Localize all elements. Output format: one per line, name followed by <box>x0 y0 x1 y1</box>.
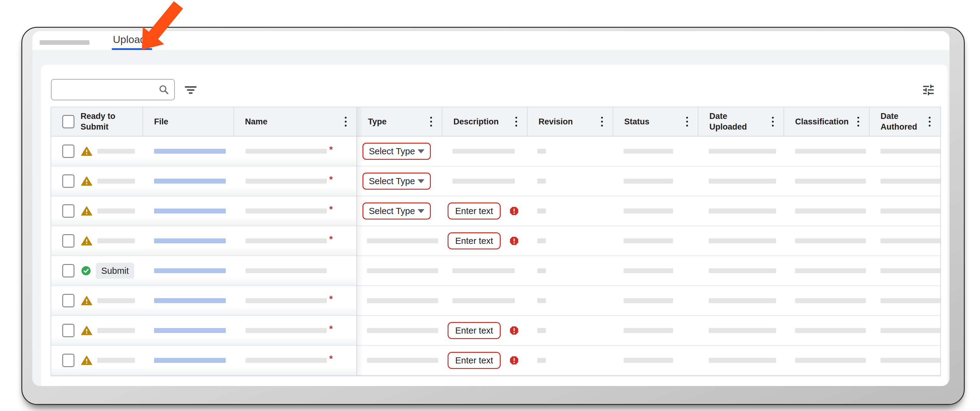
date-uploaded-placeholder <box>709 209 776 213</box>
date-authored-cell <box>870 196 940 225</box>
ready-status-placeholder <box>97 238 135 243</box>
name-placeholder <box>246 358 327 363</box>
table-settings-button[interactable] <box>921 83 936 97</box>
column-kebab-menu-icon[interactable] <box>770 115 776 129</box>
select-all-checkbox[interactable] <box>62 115 75 129</box>
row-checkbox[interactable] <box>62 204 75 218</box>
status-placeholder <box>624 268 673 273</box>
enter-text-button[interactable]: Enter text <box>448 352 501 369</box>
row-checkbox[interactable] <box>62 264 75 278</box>
column-label: Type <box>368 116 387 127</box>
status-placeholder <box>624 179 673 184</box>
name-cell: * <box>234 226 357 255</box>
table-row: * <box>51 286 940 316</box>
date-uploaded-placeholder <box>709 179 776 184</box>
ready-status-placeholder <box>97 358 135 363</box>
column-label: Description <box>453 116 499 127</box>
column-kebab-menu-icon[interactable] <box>856 115 861 129</box>
row-checkbox[interactable] <box>62 175 75 188</box>
warning-triangle-icon <box>81 146 92 156</box>
screenshot-root: Uploads <box>0 0 980 411</box>
date-uploaded-placeholder <box>709 298 776 303</box>
classification-cell <box>784 196 870 225</box>
filter-button[interactable] <box>183 83 199 98</box>
name-placeholder <box>246 298 327 303</box>
name-cell: * <box>234 316 357 345</box>
column-header-file: File <box>143 107 234 136</box>
date-authored-placeholder <box>881 268 941 273</box>
type-select-dropdown[interactable]: Select Type <box>363 143 431 160</box>
status-placeholder <box>624 238 673 243</box>
classification-placeholder <box>795 238 866 243</box>
file-cell <box>143 346 234 375</box>
column-kebab-menu-icon[interactable] <box>599 115 605 129</box>
ready-status-placeholder <box>97 209 135 213</box>
column-header-classification: Classification <box>784 107 870 136</box>
file-link-placeholder[interactable] <box>154 149 226 154</box>
type-select-dropdown[interactable]: Select Type <box>363 173 431 190</box>
row-checkbox[interactable] <box>62 354 75 367</box>
type-cell <box>357 316 442 345</box>
column-kebab-menu-icon[interactable] <box>684 115 690 129</box>
required-asterisk: * <box>329 294 333 304</box>
classification-cell <box>784 226 870 255</box>
status-cell <box>613 167 698 196</box>
required-asterisk: * <box>329 144 333 155</box>
type-select-dropdown[interactable]: Select Type <box>363 202 431 219</box>
name-cell: * <box>234 346 357 375</box>
check-circle-icon <box>81 266 91 276</box>
type-select-label: Select Type <box>369 146 415 156</box>
column-kebab-menu-icon[interactable] <box>927 115 932 129</box>
column-label: Classification <box>795 116 849 127</box>
enter-text-button[interactable]: Enter text <box>448 322 501 339</box>
table-row: *Select Type <box>51 136 940 167</box>
file-link-placeholder[interactable] <box>154 209 226 213</box>
column-header-date-uploaded: Date Uploaded <box>698 107 784 136</box>
name-cell: * <box>234 136 357 166</box>
file-link-placeholder[interactable] <box>154 328 226 333</box>
date-uploaded-cell <box>698 196 784 225</box>
required-asterisk: * <box>329 324 333 334</box>
column-kebab-menu-icon[interactable] <box>343 115 348 129</box>
tab-uploads[interactable]: Uploads <box>112 31 152 50</box>
classification-cell <box>784 346 870 375</box>
search-input[interactable] <box>51 79 175 100</box>
ready-to-submit-cell <box>51 167 143 196</box>
file-link-placeholder[interactable] <box>154 298 226 303</box>
file-link-placeholder[interactable] <box>154 268 226 273</box>
page-content: Ready to SubmitFileNameTypeDescriptionRe… <box>32 50 950 386</box>
name-cell: * <box>234 167 357 196</box>
status-placeholder <box>624 358 673 363</box>
warning-triangle-icon <box>81 206 92 216</box>
status-placeholder <box>624 298 673 303</box>
file-cell <box>143 256 234 286</box>
date-authored-placeholder <box>881 298 941 303</box>
row-checkbox[interactable] <box>62 144 75 158</box>
column-header-status: Status <box>613 107 698 136</box>
status-cell <box>613 346 698 375</box>
tab-placeholder-bar[interactable] <box>40 40 89 45</box>
tab-bar: Uploads <box>32 31 950 50</box>
file-link-placeholder[interactable] <box>154 238 226 243</box>
description-placeholder <box>452 298 515 303</box>
ready-to-submit-cell <box>51 286 143 315</box>
chevron-down-icon <box>418 209 425 213</box>
classification-cell <box>784 136 870 166</box>
column-kebab-menu-icon[interactable] <box>428 115 434 129</box>
enter-text-button[interactable]: Enter text <box>448 232 501 249</box>
name-placeholder <box>246 328 327 333</box>
revision-cell <box>528 196 613 225</box>
file-link-placeholder[interactable] <box>154 358 226 363</box>
file-link-placeholder[interactable] <box>154 179 226 184</box>
row-checkbox[interactable] <box>62 324 75 337</box>
type-cell: Select Type <box>357 196 442 225</box>
row-checkbox[interactable] <box>62 294 75 307</box>
row-checkbox[interactable] <box>62 234 75 248</box>
type-select-label: Select Type <box>369 176 415 186</box>
date-authored-placeholder <box>881 209 941 213</box>
submit-button[interactable]: Submit <box>96 263 134 279</box>
enter-text-button[interactable]: Enter text <box>448 202 501 219</box>
date-authored-cell <box>870 167 940 196</box>
column-kebab-menu-icon[interactable] <box>514 115 519 129</box>
file-cell <box>143 316 234 345</box>
